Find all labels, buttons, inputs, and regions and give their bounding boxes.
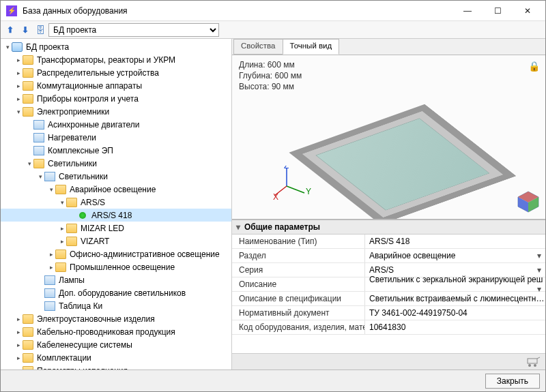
database-button[interactable]: 🗄 xyxy=(33,23,47,37)
chevron-right-icon[interactable]: ▸ xyxy=(14,315,23,323)
property-row[interactable]: РазделАварийное освещение xyxy=(232,249,545,263)
table-icon xyxy=(44,275,55,285)
tree-label: MIZAR LED xyxy=(79,224,126,233)
model-3d xyxy=(289,104,516,220)
property-value[interactable]: ТУ 3461-002-44919750-04 xyxy=(365,308,545,318)
table-icon xyxy=(44,288,55,298)
property-value[interactable]: Аварийное освещение xyxy=(365,251,545,260)
chevron-right-icon[interactable]: ▸ xyxy=(58,224,66,232)
axis-indicator: Z Y X xyxy=(273,166,314,201)
close-button[interactable]: ✕ xyxy=(513,1,543,20)
dim-height: Высота: 90 мм xyxy=(239,81,302,92)
tree-node[interactable]: ▸Параметры исполнения xyxy=(1,364,231,370)
tree-node[interactable]: ▸Трансформаторы, реакторы и УКРМ xyxy=(1,53,231,66)
tree-label: Светильники xyxy=(57,172,109,181)
chevron-down-icon[interactable]: ▾ xyxy=(3,43,12,51)
tree-node[interactable]: Таблица Ки xyxy=(1,299,231,312)
property-row[interactable]: Наименование (Тип)ARS/S 418 xyxy=(232,235,545,249)
tree-node[interactable]: ▸Распределительные устройства xyxy=(1,66,231,79)
nav-down-button[interactable]: ⬇ xyxy=(18,23,32,37)
folder-icon xyxy=(23,314,33,324)
maximize-button[interactable]: ☐ xyxy=(483,1,513,20)
property-key: Серия xyxy=(232,263,365,277)
chevron-down-icon[interactable]: ▾ xyxy=(36,172,44,181)
close-window-button[interactable]: Закрыть xyxy=(485,374,540,389)
group-header[interactable]: ▾ Общие параметры xyxy=(232,220,545,235)
tree-label: Офисно-административное освещение xyxy=(68,250,221,259)
chevron-right-icon[interactable]: ▸ xyxy=(14,354,23,362)
property-row[interactable]: Описание в спецификацииСветильник встраи… xyxy=(232,292,545,306)
tree-node[interactable]: ▸MIZAR LED xyxy=(1,222,231,235)
property-row[interactable]: ОписаниеСветильник с зеркальной экраниру… xyxy=(232,277,545,292)
property-value[interactable]: Светильник встраиваемый с люминесцентным… xyxy=(365,294,545,303)
cart-icon[interactable] xyxy=(526,356,541,368)
tree-node[interactable]: ▾Светильники xyxy=(1,157,231,170)
tree-pane[interactable]: ▾БД проекта▸Трансформаторы, реакторы и У… xyxy=(1,39,232,370)
window-title: База данных оборудования xyxy=(23,6,452,16)
chevron-right-icon[interactable]: ▸ xyxy=(58,237,66,245)
chevron-down-icon[interactable]: ▾ xyxy=(14,108,23,116)
tabs: Свойства Точный вид xyxy=(232,39,545,55)
tree-label: Промышленное освещение xyxy=(68,262,176,272)
table-icon xyxy=(44,301,55,311)
tree-node[interactable]: ▸Приборы контроля и учета xyxy=(1,92,231,105)
tree-node[interactable]: ▸Комплектации xyxy=(1,351,231,364)
property-value[interactable]: Светильник с зеркальной экранирующей реш xyxy=(365,275,545,294)
chevron-right-icon[interactable]: ▸ xyxy=(14,328,23,336)
tree-node[interactable]: ▸Коммутационные аппараты xyxy=(1,79,231,92)
tree-node[interactable]: Асинхронные двигатели xyxy=(1,118,231,131)
tree-node[interactable]: ▾БД проекта xyxy=(1,40,231,53)
tree-node[interactable]: Комплексные ЭП xyxy=(1,144,231,157)
chevron-right-icon[interactable]: ▸ xyxy=(47,263,55,271)
tree-node[interactable]: Доп. оборудование светильников xyxy=(1,286,231,299)
chevron-down-icon[interactable]: ▾ xyxy=(25,160,33,168)
database-selector[interactable]: БД проекта xyxy=(48,23,219,37)
tree-node[interactable]: ARS/S 418 xyxy=(1,209,231,222)
chevron-right-icon[interactable]: ▸ xyxy=(47,250,55,258)
chevron-right-icon[interactable]: ▸ xyxy=(14,341,23,349)
property-value[interactable]: ARS/S xyxy=(365,265,545,275)
property-key: Раздел xyxy=(232,249,365,262)
tree-node[interactable]: ▸Электроустановочные изделия xyxy=(1,312,231,325)
chevron-right-icon[interactable]: ▸ xyxy=(14,95,23,103)
tree-node[interactable]: ▾Светильники xyxy=(1,170,231,183)
chevron-down-icon[interactable]: ▾ xyxy=(58,198,66,207)
folder-icon xyxy=(23,55,33,65)
dim-depth: Глубина: 600 мм xyxy=(239,70,302,81)
minimize-button[interactable]: — xyxy=(452,1,483,20)
chevron-right-icon[interactable]: ▸ xyxy=(14,69,23,77)
chevron-down-icon[interactable]: ▾ xyxy=(47,185,55,194)
tree-node[interactable]: Нагреватели xyxy=(1,131,231,144)
tree-node[interactable]: ▾ARS/S xyxy=(1,196,231,209)
table-icon xyxy=(33,146,44,155)
tree-node[interactable]: ▸Кабеленесущие системы xyxy=(1,338,231,351)
app-icon: ⚡ xyxy=(6,5,17,16)
property-value[interactable]: ARS/S 418 xyxy=(365,237,545,246)
tab-3d-view[interactable]: Точный вид xyxy=(283,39,340,55)
property-key: Наименование (Тип) xyxy=(232,235,365,248)
tab-properties[interactable]: Свойства xyxy=(233,39,283,55)
nav-up-button[interactable]: ⬆ xyxy=(3,23,17,37)
arrow-down-icon: ⬇ xyxy=(22,25,29,35)
tree-label: Электроприемники xyxy=(35,107,111,117)
tree-node[interactable]: ▾Электроприемники xyxy=(1,105,231,118)
tree-label: Доп. оборудование светильников xyxy=(57,288,187,298)
view-cube[interactable] xyxy=(517,190,540,213)
tree-node[interactable]: ▸Кабельно-проводниковая продукция xyxy=(1,325,231,338)
tree-node[interactable]: Лампы xyxy=(1,273,231,286)
tree-node[interactable]: ▾Аварийное освещение xyxy=(1,183,231,196)
tree-label: Приборы контроля и учета xyxy=(35,94,140,104)
tree-node[interactable]: ▸VIZART xyxy=(1,235,231,247)
tree-node[interactable]: ▸Промышленное освещение xyxy=(1,260,231,273)
tree-node[interactable]: ▸Офисно-административное освещение xyxy=(1,247,231,260)
property-row[interactable]: Нормативный документТУ 3461-002-44919750… xyxy=(232,306,545,320)
chevron-right-icon[interactable]: ▸ xyxy=(14,56,23,64)
svg-text:X: X xyxy=(273,192,278,200)
property-row[interactable]: Код оборудования, изделия, матери..10641… xyxy=(232,320,545,335)
viewport-3d[interactable]: Длина: 600 мм Глубина: 600 мм Высота: 90… xyxy=(232,55,545,220)
folder-icon xyxy=(66,224,77,233)
group-title: Общие параметры xyxy=(244,222,320,232)
property-value[interactable]: 10641830 xyxy=(365,322,545,332)
chevron-right-icon[interactable]: ▸ xyxy=(14,82,23,90)
lock-icon[interactable]: 🔒 xyxy=(528,61,540,72)
